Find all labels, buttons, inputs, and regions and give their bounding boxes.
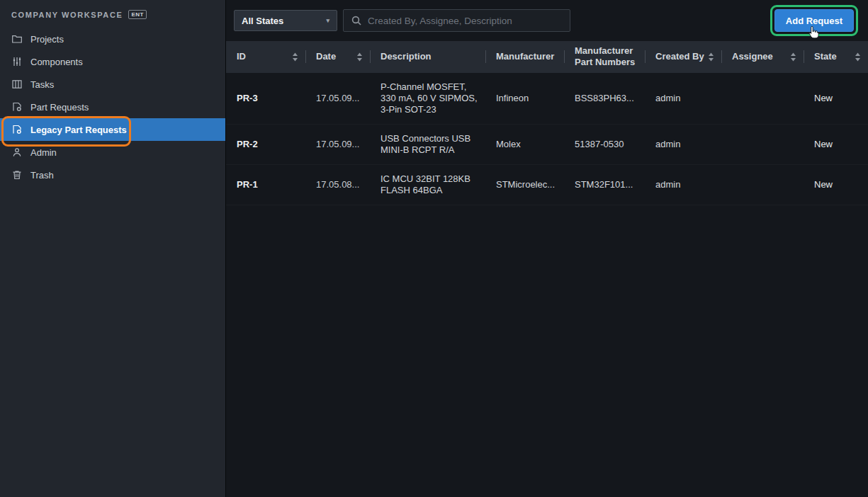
column-header-label: Date — [316, 51, 336, 62]
sidebar-item-label: Part Requests — [30, 102, 89, 113]
sidebar-item-admin[interactable]: Admin — [0, 141, 225, 164]
table-body: PR-3 17.05.09... P-Channel MOSFET, 330 m… — [226, 73, 868, 206]
column-header-label: Created By — [655, 51, 704, 62]
cell-created-by: admin — [645, 125, 721, 164]
column-header-date[interactable]: Date — [305, 41, 370, 73]
cell-assignee — [721, 125, 804, 164]
sidebar-item-part-requests[interactable]: Part Requests — [0, 96, 225, 118]
sidebar-item-projects[interactable]: Projects — [0, 28, 225, 50]
state-filter-dropdown[interactable]: All States ▾ — [234, 10, 337, 31]
trash-icon — [11, 169, 23, 181]
cell-state: New — [804, 73, 868, 124]
cell-description: P-Channel MOSFET, 330 mA, 60 V SIPMOS, 3… — [370, 73, 485, 124]
column-header-assignee[interactable]: Assignee — [721, 41, 804, 73]
column-header-label: Manufacturer Part Numbers — [575, 45, 638, 69]
add-request-button[interactable]: Add Request — [774, 9, 854, 32]
legacy-part-requests-icon — [11, 124, 23, 135]
part-requests-icon — [11, 101, 23, 113]
search-box[interactable] — [343, 9, 570, 32]
projects-folder-icon — [11, 33, 23, 45]
cell-manufacturer-part-numbers: 51387-0530 — [564, 125, 645, 164]
admin-icon — [11, 147, 23, 158]
tasks-icon — [11, 79, 23, 90]
sidebar-item-label: Admin — [30, 147, 57, 158]
search-icon — [351, 16, 361, 25]
column-header-manufacturer-part-numbers[interactable]: Manufacturer Part Numbers — [564, 41, 645, 73]
column-header-label: ID — [237, 51, 246, 62]
column-header-label: State — [814, 51, 837, 62]
cell-manufacturer: Infineon — [485, 73, 564, 124]
column-header-label: Assignee — [732, 51, 773, 62]
column-header-state[interactable]: State — [804, 41, 868, 73]
cell-assignee — [721, 73, 804, 124]
cell-state: New — [804, 165, 868, 205]
sidebar-menu: Projects Components Tasks Part Requests … — [0, 28, 225, 186]
table-header-row: ID Date — [226, 41, 868, 73]
column-header-manufacturer[interactable]: Manufacturer — [485, 41, 564, 73]
sidebar-item-label: Trash — [30, 170, 54, 181]
sort-icon[interactable] — [855, 52, 861, 62]
cell-assignee — [721, 165, 804, 205]
search-input[interactable] — [368, 16, 562, 26]
sidebar-item-label: Legacy Part Requests — [30, 125, 127, 135]
sidebar-item-components[interactable]: Components — [0, 50, 225, 73]
cell-id: PR-3 — [226, 73, 305, 124]
column-header-created-by[interactable]: Created By — [645, 41, 721, 73]
table-row-pr-1[interactable]: PR-1 17.05.08... IC MCU 32BIT 128KB FLAS… — [226, 165, 868, 205]
cell-description: IC MCU 32BIT 128KB FLASH 64BGA — [370, 165, 485, 205]
sidebar-item-label: Projects — [30, 34, 64, 45]
cell-state: New — [804, 125, 868, 164]
cell-id: PR-1 — [226, 165, 305, 205]
cell-manufacturer: STMicroelec... — [485, 165, 564, 205]
cell-description: USB Connectors USB MINI-B RCPT R/A — [370, 125, 485, 164]
app-window: COMPANY WORKSPACE ENT Projects Component… — [0, 0, 868, 497]
table-row-pr-2[interactable]: PR-2 17.05.09... USB Connectors USB MINI… — [226, 125, 868, 165]
sidebar-item-trash[interactable]: Trash — [0, 164, 225, 186]
chevron-down-icon: ▾ — [326, 17, 329, 24]
state-filter-value: All States — [242, 16, 283, 26]
toolbar: All States ▾ Add Request — [226, 0, 868, 41]
cell-id: PR-2 — [226, 125, 305, 164]
part-requests-table: ID Date — [226, 41, 868, 497]
sidebar-item-legacy-part-requests[interactable]: Legacy Part Requests — [0, 118, 225, 141]
column-header-label: Description — [381, 51, 432, 62]
table-row-pr-3[interactable]: PR-3 17.05.09... P-Channel MOSFET, 330 m… — [226, 73, 868, 125]
column-header-description[interactable]: Description — [370, 41, 485, 73]
column-header-label: Manufacturer — [496, 51, 554, 62]
sort-icon[interactable] — [790, 52, 796, 62]
main-content: All States ▾ Add Request — [226, 0, 868, 497]
column-header-id[interactable]: ID — [226, 41, 305, 73]
workspace-header: COMPANY WORKSPACE ENT — [0, 10, 225, 19]
sort-icon[interactable] — [356, 52, 363, 62]
add-request-annotation-ring: Add Request — [770, 5, 858, 36]
cell-date: 17.05.08... — [305, 165, 370, 205]
cell-date: 17.05.09... — [305, 73, 370, 124]
sidebar: COMPANY WORKSPACE ENT Projects Component… — [0, 0, 226, 497]
sort-icon[interactable] — [708, 52, 714, 62]
sidebar-item-tasks[interactable]: Tasks — [0, 73, 225, 96]
cell-manufacturer-part-numbers: STM32F101... — [564, 165, 645, 205]
cell-manufacturer-part-numbers: BSS83PH63... — [564, 73, 645, 124]
cell-date: 17.05.09... — [305, 125, 370, 164]
workspace-name: COMPANY WORKSPACE — [11, 11, 123, 19]
cell-created-by: admin — [645, 165, 721, 205]
cell-manufacturer: Molex — [485, 125, 564, 164]
sidebar-item-label: Tasks — [30, 79, 54, 90]
sidebar-item-label: Components — [30, 57, 83, 67]
sort-icon[interactable] — [292, 52, 298, 62]
cell-created-by: admin — [645, 73, 721, 124]
workspace-tier-badge: ENT — [128, 10, 147, 19]
components-icon — [11, 56, 23, 67]
